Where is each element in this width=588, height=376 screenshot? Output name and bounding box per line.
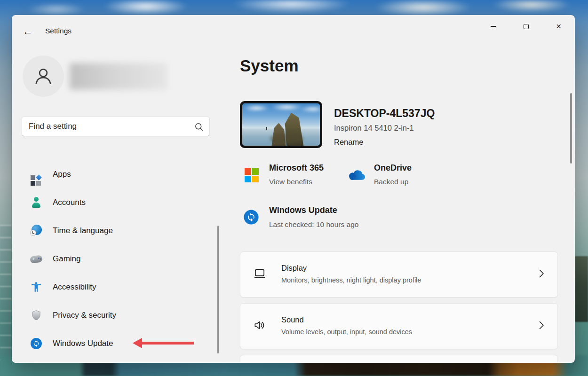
onedrive-card[interactable]: OneDrive Backed up [346, 162, 435, 195]
windows-update-icon [243, 209, 259, 227]
user-name-redacted [70, 63, 167, 90]
user-avatar[interactable] [23, 55, 64, 97]
maximize-icon [524, 24, 529, 29]
desktop: ← Settings ✕ Apps [0, 0, 588, 376]
annotation-arrow-head [133, 338, 142, 348]
sidebar-item-gaming[interactable]: + Gaming [18, 245, 216, 273]
chevron-right-icon [539, 269, 544, 280]
accessibility-icon [30, 281, 42, 293]
microsoft-logo [245, 168, 259, 182]
sidebar-item-apps[interactable]: Apps [18, 160, 216, 188]
sidebar-scrollbar[interactable] [217, 226, 219, 353]
wallpaper-waves [0, 225, 12, 361]
close-icon: ✕ [556, 23, 562, 30]
sidebar-nav: Apps Accounts Time & language + Gaming A… [18, 160, 216, 358]
sidebar-item-time-language[interactable]: Time & language [18, 217, 216, 245]
person-icon [32, 65, 54, 87]
microsoft-365-card[interactable]: Microsoft 365 View benefits [245, 162, 339, 195]
minimize-icon [491, 26, 496, 26]
sound-icon [253, 319, 266, 334]
search-input[interactable] [29, 117, 189, 136]
close-button[interactable]: ✕ [548, 17, 570, 36]
device-model: Inspiron 14 5410 2-in-1 [334, 124, 414, 133]
device-name: DESKTOP-4L537JQ [334, 107, 435, 120]
settings-window: ← Settings ✕ Apps [12, 15, 575, 363]
chevron-right-icon [539, 321, 544, 331]
backed-up-status: Backed up [374, 178, 408, 186]
window-title: Settings [45, 27, 72, 35]
maximize-button[interactable] [515, 17, 537, 36]
sound-settings-card[interactable]: Sound Volume levels, output, input, soun… [240, 303, 558, 349]
windows-update-status[interactable]: Windows Update Last checked: 10 hours ag… [243, 205, 431, 241]
sidebar-item-accounts[interactable]: Accounts [18, 188, 216, 217]
onedrive-icon [347, 169, 366, 184]
device-wallpaper-preview [242, 103, 320, 146]
time-language-icon [30, 225, 42, 237]
rename-button[interactable]: Rename [334, 138, 363, 147]
privacy-security-icon [30, 309, 42, 321]
page-title: System [240, 56, 299, 75]
accounts-icon [30, 196, 42, 209]
sidebar-item-privacy-security[interactable]: Privacy & security [18, 301, 216, 329]
windows-update-icon [30, 337, 42, 350]
annotation-arrow [142, 342, 194, 345]
minimize-button[interactable] [482, 17, 504, 36]
sidebar-item-accessibility[interactable]: Accessibility [18, 273, 216, 301]
display-settings-card[interactable]: Display Monitors, brightness, night ligh… [240, 251, 558, 298]
content-scrollbar[interactable] [570, 93, 572, 164]
wallpaper-rock [575, 256, 588, 322]
gaming-icon: + [30, 253, 42, 265]
device-thumbnail [240, 101, 322, 148]
next-settings-card-partial[interactable] [240, 355, 558, 363]
back-button[interactable]: ← [19, 23, 36, 40]
search-icon[interactable] [195, 123, 203, 131]
last-checked-status: Last checked: 10 hours ago [269, 220, 358, 229]
search-box [22, 117, 210, 136]
display-icon [253, 267, 266, 282]
view-benefits-link[interactable]: View benefits [269, 178, 312, 186]
